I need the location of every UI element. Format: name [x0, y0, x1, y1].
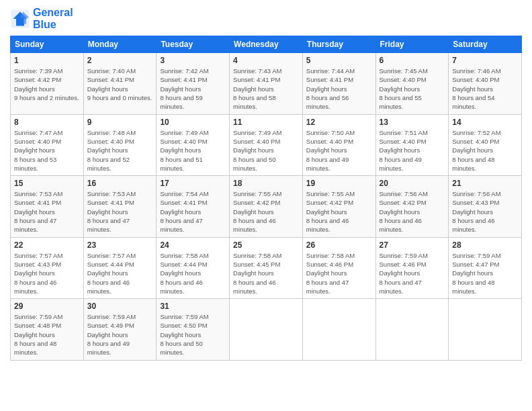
- sunrise-label: Sunrise: 7:40 AM: [87, 67, 136, 75]
- day-number: 16: [87, 179, 153, 188]
- calendar-cell: 25 Sunrise: 7:58 AM Sunset: 4:45 PM Dayl…: [230, 237, 303, 298]
- daylight-label: Daylight hours: [87, 331, 128, 338]
- daylight-value: 8 hours and 59 minutes.: [160, 94, 202, 110]
- daylight-label: Daylight hours: [380, 208, 420, 216]
- calendar-cell: 12 Sunrise: 7:50 AM Sunset: 4:40 PM Dayl…: [302, 114, 375, 175]
- calendar-table: Sunday Monday Tuesday Wednesday Thursday…: [10, 36, 522, 360]
- logo-text: General Blue: [33, 7, 73, 30]
- daylight-label: Daylight hours: [452, 269, 493, 277]
- day-info: Sunrise: 7:57 AM Sunset: 4:44 PM Dayligh…: [87, 251, 153, 295]
- calendar-cell: 1 Sunrise: 7:39 AM Sunset: 4:42 PM Dayli…: [11, 53, 84, 114]
- day-info: Sunrise: 7:54 AM Sunset: 4:41 PM Dayligh…: [160, 189, 226, 234]
- day-number: 7: [452, 56, 518, 65]
- daylight-label: Daylight hours: [87, 146, 128, 154]
- day-number: 13: [380, 118, 445, 127]
- calendar-cell: 17 Sunrise: 7:54 AM Sunset: 4:41 PM Dayl…: [157, 176, 230, 237]
- sunrise-label: Sunrise: 7:59 AM: [14, 313, 62, 320]
- sunset-label: Sunset: 4:40 PM: [14, 138, 61, 145]
- calendar-cell: [230, 299, 303, 360]
- header-thursday: Thursday: [302, 36, 375, 53]
- day-number: 10: [160, 118, 226, 127]
- sunset-label: Sunset: 4:40 PM: [452, 138, 499, 145]
- daylight-label: Daylight hours: [233, 269, 274, 277]
- sunset-label: Sunset: 4:43 PM: [14, 261, 61, 268]
- day-info: Sunrise: 7:48 AM Sunset: 4:40 PM Dayligh…: [87, 128, 153, 173]
- day-number: 28: [452, 240, 518, 250]
- calendar-week-3: 15 Sunrise: 7:53 AM Sunset: 4:41 PM Dayl…: [11, 176, 522, 237]
- day-info: Sunrise: 7:59 AM Sunset: 4:48 PM Dayligh…: [14, 312, 80, 357]
- calendar-cell: 24 Sunrise: 7:58 AM Sunset: 4:44 PM Dayl…: [157, 237, 230, 298]
- day-info: Sunrise: 7:58 AM Sunset: 4:45 PM Dayligh…: [233, 251, 299, 295]
- day-number: 19: [306, 179, 372, 188]
- calendar-cell: 3 Sunrise: 7:42 AM Sunset: 4:41 PM Dayli…: [157, 53, 230, 114]
- day-number: 23: [87, 240, 153, 250]
- logo-icon: [10, 9, 30, 29]
- day-number: 22: [14, 240, 80, 250]
- daylight-value: 8 hours and 50 minutes.: [233, 156, 275, 172]
- sunrise-label: Sunrise: 7:49 AM: [160, 129, 208, 136]
- sunset-label: Sunset: 4:42 PM: [380, 199, 427, 206]
- sunset-label: Sunset: 4:40 PM: [380, 76, 427, 83]
- day-info: Sunrise: 7:56 AM Sunset: 4:43 PM Dayligh…: [452, 189, 518, 234]
- day-info: Sunrise: 7:59 AM Sunset: 4:47 PM Dayligh…: [452, 251, 518, 295]
- sunrise-label: Sunrise: 7:59 AM: [160, 313, 208, 320]
- daylight-label: Daylight hours: [380, 85, 420, 93]
- calendar-cell: 11 Sunrise: 7:49 AM Sunset: 4:40 PM Dayl…: [230, 114, 303, 175]
- sunset-label: Sunset: 4:41 PM: [87, 76, 134, 83]
- daylight-value: 8 hours and 58 minutes.: [233, 94, 275, 110]
- day-info: Sunrise: 7:47 AM Sunset: 4:40 PM Dayligh…: [14, 128, 80, 173]
- sunrise-label: Sunrise: 7:45 AM: [380, 67, 428, 75]
- daylight-label: Daylight hours: [14, 269, 55, 277]
- sunset-label: Sunset: 4:40 PM: [380, 138, 427, 145]
- day-info: Sunrise: 7:59 AM Sunset: 4:49 PM Dayligh…: [87, 312, 153, 357]
- sunrise-label: Sunrise: 7:55 AM: [233, 190, 281, 197]
- calendar-week-1: 1 Sunrise: 7:39 AM Sunset: 4:42 PM Dayli…: [11, 53, 522, 114]
- sunset-label: Sunset: 4:47 PM: [452, 261, 499, 268]
- sunset-label: Sunset: 4:41 PM: [233, 76, 280, 83]
- day-number: 18: [233, 179, 299, 188]
- day-info: Sunrise: 7:42 AM Sunset: 4:41 PM Dayligh…: [160, 66, 226, 111]
- sunrise-label: Sunrise: 7:46 AM: [452, 67, 500, 75]
- calendar-cell: 21 Sunrise: 7:56 AM Sunset: 4:43 PM Dayl…: [449, 176, 522, 237]
- day-info: Sunrise: 7:55 AM Sunset: 4:42 PM Dayligh…: [306, 189, 372, 234]
- calendar-cell: [449, 299, 522, 360]
- day-info: Sunrise: 7:52 AM Sunset: 4:40 PM Dayligh…: [452, 128, 518, 173]
- day-number: 8: [14, 118, 80, 127]
- daylight-value: 8 hours and 47 minutes.: [87, 217, 130, 233]
- calendar-week-2: 8 Sunrise: 7:47 AM Sunset: 4:40 PM Dayli…: [11, 114, 522, 175]
- daylight-label: Daylight hours: [306, 269, 347, 277]
- sunrise-label: Sunrise: 7:51 AM: [380, 129, 428, 136]
- header: General Blue: [10, 7, 522, 30]
- day-info: Sunrise: 7:53 AM Sunset: 4:41 PM Dayligh…: [14, 189, 80, 234]
- sunrise-label: Sunrise: 7:57 AM: [87, 252, 136, 259]
- day-number: 15: [14, 179, 80, 188]
- day-info: Sunrise: 7:39 AM Sunset: 4:42 PM Dayligh…: [14, 66, 80, 102]
- day-number: 1: [14, 56, 80, 65]
- day-number: 14: [452, 118, 518, 127]
- calendar-cell: 15 Sunrise: 7:53 AM Sunset: 4:41 PM Dayl…: [11, 176, 84, 237]
- daylight-value: 8 hours and 46 minutes.: [233, 279, 275, 295]
- sunset-label: Sunset: 4:42 PM: [233, 199, 280, 206]
- header-row: Sunday Monday Tuesday Wednesday Thursday…: [11, 36, 522, 53]
- sunrise-label: Sunrise: 7:47 AM: [14, 129, 62, 136]
- daylight-value: 8 hours and 51 minutes.: [160, 156, 202, 172]
- calendar-cell: 16 Sunrise: 7:53 AM Sunset: 4:41 PM Dayl…: [83, 176, 157, 237]
- daylight-value: 8 hours and 49 minutes.: [87, 340, 130, 356]
- calendar-cell: 8 Sunrise: 7:47 AM Sunset: 4:40 PM Dayli…: [11, 114, 84, 175]
- sunrise-label: Sunrise: 7:43 AM: [233, 67, 281, 75]
- daylight-value: 8 hours and 56 minutes.: [306, 94, 349, 110]
- day-number: 5: [306, 56, 372, 65]
- day-number: 25: [233, 240, 299, 250]
- daylight-label: Daylight hours: [233, 85, 274, 93]
- sunset-label: Sunset: 4:41 PM: [160, 76, 207, 83]
- daylight-label: Daylight hours: [380, 146, 420, 154]
- header-wednesday: Wednesday: [230, 36, 303, 53]
- sunset-label: Sunset: 4:44 PM: [160, 261, 207, 268]
- daylight-value: 8 hours and 47 minutes.: [160, 217, 202, 233]
- daylight-label: Daylight hours: [306, 208, 347, 216]
- daylight-label: Daylight hours: [452, 146, 493, 154]
- sunrise-label: Sunrise: 7:58 AM: [160, 252, 208, 259]
- day-number: 29: [14, 302, 80, 311]
- calendar-week-5: 29 Sunrise: 7:59 AM Sunset: 4:48 PM Dayl…: [11, 299, 522, 360]
- day-number: 2: [87, 56, 153, 65]
